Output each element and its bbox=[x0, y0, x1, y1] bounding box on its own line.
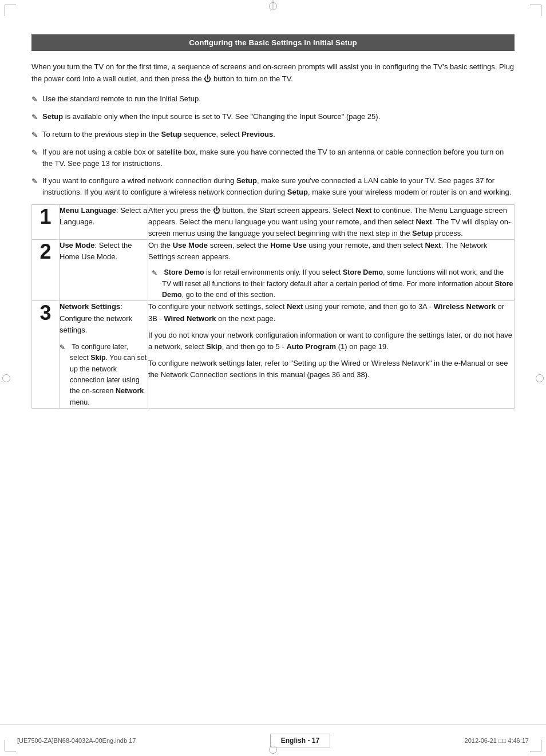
note-text-1: Use the standard remote to run the Initi… bbox=[42, 93, 515, 105]
note-text-2: Setup is available only when the input s… bbox=[42, 111, 515, 122]
circle-mark-left bbox=[2, 374, 10, 382]
footer-right: 2012-06-21 □□ 4:46:17 bbox=[465, 737, 529, 744]
step-content-3: To configure your network settings, sele… bbox=[148, 301, 515, 409]
note-text-5: If you want to configure a wired network… bbox=[42, 175, 515, 198]
note-icon-3: ✎ bbox=[31, 129, 38, 141]
circle-mark-top bbox=[269, 2, 277, 10]
note-item-2: ✎ Setup is available only when the input… bbox=[31, 111, 515, 123]
note-text-3: To return to the previous step in the Se… bbox=[42, 129, 515, 140]
step-row-2: 2 Use Mode: Select the Home Use Mode. On… bbox=[32, 240, 515, 301]
circle-mark-right bbox=[536, 374, 544, 382]
note-icon-5: ✎ bbox=[31, 176, 38, 187]
step-3-label-note-icon: ✎ bbox=[60, 342, 65, 353]
step-row-3: 3 Network Settings: Configure the networ… bbox=[32, 301, 515, 409]
corner-mark-tr bbox=[530, 5, 541, 16]
step-content-2: On the Use Mode screen, select the Home … bbox=[148, 240, 515, 301]
step-row-1: 1 Menu Language: Select a Language. Afte… bbox=[32, 204, 515, 239]
note-icon-2: ✎ bbox=[31, 112, 38, 123]
step-label-2: Use Mode: Select the Home Use Mode. bbox=[60, 240, 148, 301]
step-number-2: 2 bbox=[32, 240, 60, 301]
note-icon-1: ✎ bbox=[31, 94, 38, 105]
note-item-4: ✎ If you are not using a cable box or sa… bbox=[31, 147, 515, 169]
main-content: Configuring the Basic Settings in Initia… bbox=[0, 0, 546, 454]
intro-paragraph: When you turn the TV on for the first ti… bbox=[31, 61, 515, 85]
footer-page-label: English - 17 bbox=[270, 734, 330, 747]
step-label-3: Network Settings: Configure the network … bbox=[60, 301, 148, 409]
footer-center: English - 17 bbox=[270, 734, 330, 747]
note-item-3: ✎ To return to the previous step in the … bbox=[31, 129, 515, 141]
note-icon-4: ✎ bbox=[31, 147, 38, 159]
page-title: Configuring the Basic Settings in Initia… bbox=[31, 34, 515, 51]
step-number-3: 3 bbox=[32, 301, 60, 409]
step-3-label-note-text: To configure later, select Skip. You can… bbox=[70, 342, 148, 408]
corner-mark-tl bbox=[5, 5, 16, 16]
note-text-4: If you are not using a cable box or sate… bbox=[42, 147, 515, 169]
circle-mark-bottom bbox=[269, 746, 277, 754]
step-3-label-note: ✎ To configure later, select Skip. You c… bbox=[60, 342, 148, 408]
power-symbol-step1: ⏻ bbox=[213, 206, 220, 215]
step-2-note-icon: ✎ bbox=[152, 268, 157, 279]
steps-table: 1 Menu Language: Select a Language. Afte… bbox=[31, 204, 515, 409]
step-2-note: ✎ Store Demo is for retail environments … bbox=[148, 267, 514, 300]
note-item-1: ✎ Use the standard remote to run the Ini… bbox=[31, 93, 515, 105]
step-number-1: 1 bbox=[32, 204, 60, 239]
step-2-note-text: Store Demo is for retail environments on… bbox=[162, 267, 514, 300]
step-content-1: After you press the ⏻ button, the Start … bbox=[148, 204, 515, 239]
footer-left: [UE7500-ZA]BN68-04032A-00Eng.indb 17 bbox=[17, 737, 136, 744]
page-wrapper: Configuring the Basic Settings in Initia… bbox=[0, 0, 546, 756]
power-symbol: ⏻ bbox=[204, 74, 211, 83]
note-item-5: ✎ If you want to configure a wired netwo… bbox=[31, 175, 515, 198]
step-label-1: Menu Language: Select a Language. bbox=[60, 204, 148, 239]
